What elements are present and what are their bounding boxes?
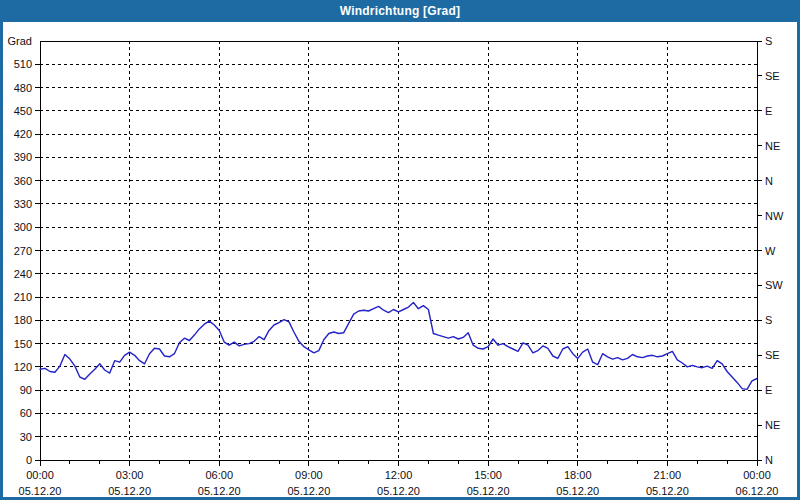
y-left-tick-label: 360 bbox=[14, 175, 32, 187]
y-left-tick-label: 270 bbox=[14, 245, 32, 257]
y-right-tick-label: NE bbox=[765, 419, 780, 431]
y-left-tick-label: 450 bbox=[14, 105, 32, 117]
x-date-label: 06.12.20 bbox=[736, 485, 779, 497]
x-date-label: 05.12.20 bbox=[287, 485, 330, 497]
y-left-tick-label: 330 bbox=[14, 198, 32, 210]
y-left-tick-label: 210 bbox=[14, 291, 32, 303]
y-left-tick-label: 90 bbox=[20, 384, 32, 396]
y-right-tick-label: SW bbox=[765, 279, 783, 291]
x-date-label: 05.12.20 bbox=[467, 485, 510, 497]
x-date-label: 05.12.20 bbox=[108, 485, 151, 497]
x-date-label: 05.12.20 bbox=[377, 485, 420, 497]
x-date-label: 05.12.20 bbox=[198, 485, 241, 497]
y-right-tick-label: E bbox=[765, 105, 772, 117]
y-right-tick-label: SE bbox=[765, 349, 780, 361]
y-axis-unit-label: Grad bbox=[8, 35, 32, 47]
y-right-tick-label: NW bbox=[765, 210, 784, 222]
wind-direction-chart: 0306090120150180210240270300330360390420… bbox=[0, 0, 800, 500]
y-right-tick-label: N bbox=[765, 175, 773, 187]
y-right-tick-label: S bbox=[765, 35, 772, 47]
window-border-left bbox=[0, 22, 3, 500]
y-left-tick-label: 420 bbox=[14, 128, 32, 140]
window-titlebar: Windrichtung [Grad] bbox=[0, 0, 800, 22]
x-time-label: 15:00 bbox=[474, 469, 502, 481]
y-left-tick-label: 120 bbox=[14, 361, 32, 373]
y-left-tick-label: 390 bbox=[14, 151, 32, 163]
x-time-label: 09:00 bbox=[295, 469, 323, 481]
y-right-tick-label: S bbox=[765, 314, 772, 326]
y-left-tick-label: 480 bbox=[14, 82, 32, 94]
x-time-label: 12:00 bbox=[385, 469, 413, 481]
y-left-tick-label: 30 bbox=[20, 431, 32, 443]
x-date-label: 05.12.20 bbox=[19, 485, 62, 497]
y-left-tick-label: 150 bbox=[14, 338, 32, 350]
y-left-tick-label: 60 bbox=[20, 407, 32, 419]
window-title: Windrichtung [Grad] bbox=[340, 4, 460, 18]
y-left-tick-label: 240 bbox=[14, 268, 32, 280]
app-window: 0306090120150180210240270300330360390420… bbox=[0, 0, 800, 500]
y-right-tick-label: SE bbox=[765, 70, 780, 82]
x-date-label: 05.12.20 bbox=[556, 485, 599, 497]
y-left-tick-label: 300 bbox=[14, 221, 32, 233]
series-line-windrichtung bbox=[40, 303, 757, 390]
y-right-tick-label: W bbox=[765, 245, 776, 257]
x-time-label: 00:00 bbox=[743, 469, 771, 481]
y-left-tick-label: 0 bbox=[26, 454, 32, 466]
y-left-tick-label: 180 bbox=[14, 314, 32, 326]
y-right-tick-label: NE bbox=[765, 140, 780, 152]
y-right-tick-label: N bbox=[765, 454, 773, 466]
x-time-label: 03:00 bbox=[116, 469, 144, 481]
x-time-label: 00:00 bbox=[26, 469, 54, 481]
y-right-tick-label: E bbox=[765, 384, 772, 396]
x-time-label: 21:00 bbox=[654, 469, 682, 481]
y-left-tick-label: 510 bbox=[14, 58, 32, 70]
x-date-label: 05.12.20 bbox=[646, 485, 689, 497]
x-time-label: 06:00 bbox=[205, 469, 233, 481]
x-time-label: 18:00 bbox=[564, 469, 592, 481]
